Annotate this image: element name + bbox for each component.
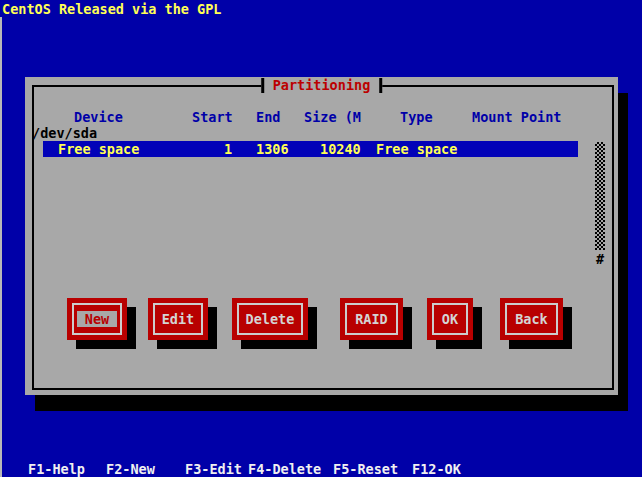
delete-button[interactable]: Delete bbox=[232, 298, 308, 340]
partitioning-dialog: Partitioning Device Start End Size (M Ty… bbox=[25, 77, 618, 395]
back-button[interactable]: Back bbox=[500, 298, 563, 340]
column-header-size: Size (M bbox=[304, 109, 361, 125]
cell-device: Free space bbox=[58, 141, 139, 157]
edit-button-label: Edit bbox=[162, 311, 195, 327]
cell-end: 1306 bbox=[256, 141, 289, 157]
screen-edge-artifact bbox=[0, 17, 2, 477]
ok-button-label: OK bbox=[442, 311, 458, 327]
title-right-tick bbox=[379, 78, 382, 93]
raid-button-label: RAID bbox=[355, 311, 388, 327]
fkey-help-hint: F1-Help bbox=[28, 461, 85, 477]
fkey-edit-hint: F3-Edit bbox=[185, 461, 242, 477]
dialog-title: Partitioning bbox=[261, 77, 383, 93]
back-button-label: Back bbox=[515, 311, 548, 327]
device-group-row: /dev/sda bbox=[32, 125, 97, 141]
column-header-start: Start bbox=[192, 109, 233, 125]
cell-start: 1 bbox=[224, 141, 232, 157]
fkey-ok-hint: F12-OK bbox=[412, 461, 461, 477]
function-key-bar: F1-Help F2-New F3-Edit F4-Delete F5-Rese… bbox=[0, 461, 642, 477]
column-header-end: End bbox=[256, 109, 280, 125]
dialog-border bbox=[32, 85, 614, 390]
fkey-delete-hint: F4-Delete bbox=[248, 461, 321, 477]
raid-button[interactable]: RAID bbox=[340, 298, 403, 340]
column-header-device: Device bbox=[74, 109, 123, 125]
console-boot-title: CentOS Released via the GPL bbox=[2, 1, 221, 17]
new-button[interactable]: New bbox=[67, 298, 127, 340]
delete-button-label: Delete bbox=[246, 311, 295, 327]
column-header-type: Type bbox=[400, 109, 433, 125]
new-button-label: New bbox=[77, 311, 117, 327]
cell-size: 10240 bbox=[320, 141, 361, 157]
scrollbar-thumb[interactable]: # bbox=[593, 251, 607, 267]
fkey-new-hint: F2-New bbox=[106, 461, 155, 477]
column-header-mount-point: Mount Point bbox=[472, 109, 561, 125]
cell-type: Free space bbox=[376, 141, 457, 157]
fkey-reset-hint: F5-Reset bbox=[333, 461, 398, 477]
dialog-title-text: Partitioning bbox=[264, 77, 380, 93]
table-row-selected[interactable]: Free space 1 1306 10240 Free space bbox=[43, 141, 578, 157]
ok-button[interactable]: OK bbox=[427, 298, 473, 340]
scrollbar-trough[interactable] bbox=[595, 142, 605, 250]
edit-button[interactable]: Edit bbox=[148, 298, 208, 340]
console-screen: CentOS Released via the GPL Partitioning… bbox=[0, 0, 642, 477]
